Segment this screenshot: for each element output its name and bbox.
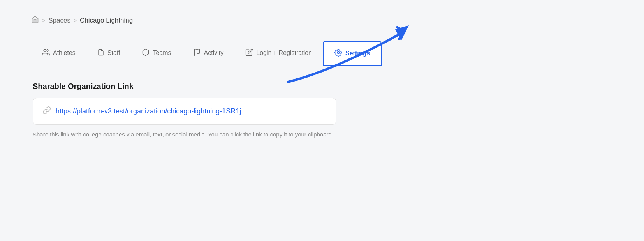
athletes-icon [42, 48, 50, 58]
link-box: https://platform-v3.test/organization/ch… [33, 98, 336, 125]
breadcrumb-sep-1: > [42, 18, 45, 24]
tab-staff-label: Staff [107, 50, 120, 57]
link-icon [42, 106, 51, 117]
section-title: Sharable Organization Link [33, 82, 611, 91]
tab-activity-label: Activity [204, 50, 224, 57]
tab-staff[interactable]: Staff [86, 41, 131, 66]
organization-link[interactable]: https://platform-v3.test/organization/ch… [56, 107, 241, 115]
breadcrumb-current: Chicago Lightning [80, 17, 133, 25]
login-registration-icon [245, 48, 253, 58]
breadcrumb-sep-2: > [74, 18, 77, 24]
helper-text: Share this link with college coaches via… [33, 131, 336, 138]
tab-teams[interactable]: Teams [131, 41, 182, 66]
breadcrumb-spaces[interactable]: Spaces [48, 17, 70, 25]
content-section: Sharable Organization Link https://platf… [31, 82, 613, 138]
tab-settings[interactable]: Settings [323, 41, 382, 66]
tab-login-registration[interactable]: Login + Registration [234, 41, 323, 66]
tab-teams-label: Teams [153, 50, 171, 57]
svg-point-0 [44, 50, 46, 52]
staff-icon [97, 48, 104, 58]
svg-point-2 [338, 52, 340, 54]
home-icon[interactable] [31, 16, 39, 25]
tab-login-registration-label: Login + Registration [256, 50, 312, 57]
tab-activity[interactable]: Activity [182, 41, 235, 66]
tabs-container: Athletes Staff Teams [31, 41, 613, 66]
activity-icon [193, 48, 201, 58]
settings-icon [334, 49, 342, 58]
tab-settings-label: Settings [345, 50, 370, 57]
tab-athletes-label: Athletes [53, 50, 76, 57]
page-container: > Spaces > Chicago Lightning Athletes [0, 0, 644, 241]
breadcrumb: > Spaces > Chicago Lightning [31, 16, 613, 25]
teams-icon [142, 48, 150, 58]
tab-athletes[interactable]: Athletes [31, 41, 86, 66]
svg-marker-3 [395, 25, 409, 41]
